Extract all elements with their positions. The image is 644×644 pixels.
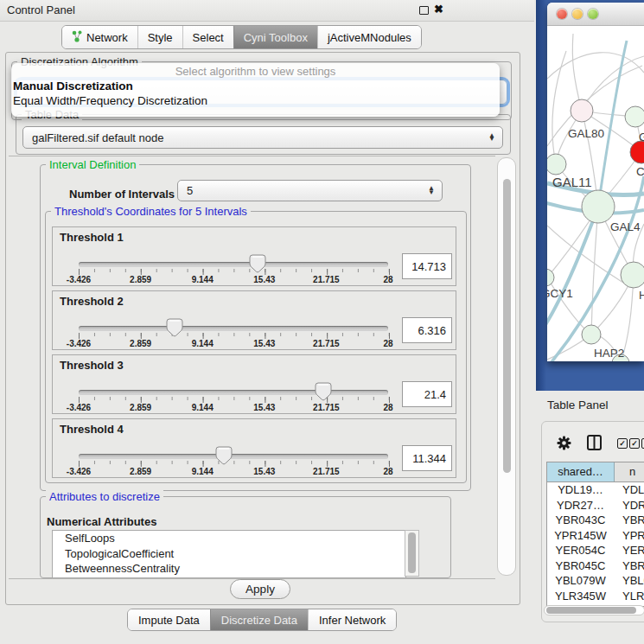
network-canvas[interactable]: GAL80 G C GAL11 GAL4 GCY1 H HAP2 — [547, 25, 644, 361]
network-window[interactable]: GAL80 G C GAL11 GAL4 GCY1 H HAP2 — [547, 3, 644, 361]
threshold-panel-3: Threshold 3-3.4262.8599.14415.4321.71528… — [52, 354, 456, 414]
slider-tick-label: -3.426 — [53, 275, 105, 284]
table-row[interactable]: YDR27…YDR2 — [547, 498, 644, 513]
zoom-traffic-light-icon[interactable] — [588, 9, 598, 19]
tab-network[interactable]: Network — [62, 26, 137, 48]
threshold-slider-track[interactable] — [79, 262, 388, 267]
split-columns-icon[interactable] — [587, 435, 602, 450]
slider-tick-label: 2.859 — [115, 467, 167, 476]
table-row[interactable]: YBR045CYBR0 — [547, 558, 644, 574]
tab-select[interactable]: Select — [182, 26, 233, 48]
threshold-panel-1: Threshold 1-3.4262.8599.14415.4321.71528… — [52, 226, 456, 286]
float-window-icon[interactable] — [419, 6, 429, 15]
attribute-item-topologicalcoefficient[interactable]: TopologicalCoefficient — [53, 546, 405, 562]
table-row[interactable]: YBR043CYBR0 — [547, 513, 644, 528]
threshold-slider-thumb[interactable] — [215, 446, 233, 465]
slider-tick-label: -3.426 — [53, 467, 105, 476]
apply-button[interactable]: Apply — [230, 579, 290, 599]
table-row[interactable]: YLR345WYLR3 — [547, 589, 644, 604]
table-hscrollbar-thumb[interactable] — [546, 607, 636, 614]
tab-discretize-data[interactable]: Discretize Data — [210, 609, 308, 630]
column-header-shared-name[interactable]: shared… — [547, 462, 615, 481]
attribute-item-selfloops[interactable]: SelfLoops — [53, 531, 405, 546]
algorithm-dropdown-popup: Select algorithm to view settings Manual… — [11, 63, 500, 117]
tab-infer-network[interactable]: Infer Network — [308, 609, 396, 630]
node-partial-low[interactable] — [621, 262, 644, 288]
table-row[interactable]: YPR145WYPR1 — [547, 528, 644, 544]
algorithm-item-equal-width[interactable]: Equal Width/Frequency Discretization — [11, 93, 500, 108]
table-panel-titlebar: Table Panel — [536, 391, 644, 421]
slider-tick-label: 21.715 — [300, 275, 352, 284]
threshold-slider-track[interactable] — [79, 454, 388, 459]
control-panel-titlebar: Control Panel ✖ — [0, 0, 534, 22]
node-hap2[interactable] — [582, 325, 601, 344]
slider-major-ticks — [79, 269, 390, 275]
gear-icon[interactable] — [557, 436, 571, 450]
threshold-slider-thumb[interactable] — [249, 254, 266, 273]
network-window-titlebar[interactable] — [547, 3, 644, 26]
interval-definition-group-title: Interval Definition — [46, 158, 139, 171]
threshold-slider-track[interactable] — [79, 326, 388, 331]
cell-shared-name: YBL079W — [547, 573, 614, 589]
table-row[interactable]: YBL079WYBL0 — [547, 573, 644, 589]
vertical-scrollbar-thumb[interactable] — [503, 179, 511, 473]
tab-label: Impute Data — [138, 614, 200, 627]
node-gcy1[interactable] — [547, 269, 554, 286]
table-panel: ✓ ✓ ✓ shared… n YDL19…YDL1YDR27…YDR2YBR0… — [541, 421, 644, 622]
node-table[interactable]: shared… n YDL19…YDL1YDR27…YDR2YBR043CYBR… — [546, 462, 644, 607]
threshold-label: Threshold 1 — [60, 231, 124, 244]
close-traffic-light-icon[interactable] — [557, 9, 567, 19]
tab-style[interactable]: Style — [137, 26, 182, 48]
tab-cyni-toolbox[interactable]: Cyni Toolbox — [233, 26, 317, 48]
checkbox-icon[interactable]: ✓ — [629, 438, 640, 449]
threshold-value-field[interactable]: 6.316 — [402, 317, 452, 343]
label-partial-low: H — [639, 289, 644, 302]
node-partial-top[interactable] — [625, 106, 644, 127]
table-header-row: shared… n — [547, 462, 644, 482]
threshold-coordinates-group-title: Threshold's Coordinates for 5 Intervals — [51, 205, 251, 218]
threshold-value-field[interactable]: 11.344 — [402, 445, 452, 471]
column-header-name[interactable]: n — [615, 462, 644, 481]
combo-stepper-icon[interactable]: ▲▼ — [424, 187, 442, 194]
table-data-combobox[interactable]: galFiltered.sif default node ▲▼ — [22, 126, 503, 149]
label-partial-top: G — [639, 131, 644, 143]
attributes-scrollbar-thumb[interactable] — [408, 532, 416, 573]
node-gal11[interactable] — [547, 154, 566, 175]
tab-jactivemnodules[interactable]: jActiveMNodules — [317, 26, 421, 48]
node-gal4[interactable] — [582, 190, 615, 223]
tab-label: Discretize Data — [221, 614, 297, 627]
attributes-list-scrollbar[interactable] — [405, 530, 419, 577]
slider-tick-label: -3.426 — [53, 339, 105, 348]
vertical-scrollbar[interactable] — [497, 157, 516, 576]
node-gal80[interactable] — [571, 99, 593, 122]
table-row[interactable]: YER054CYER0 — [547, 543, 644, 558]
combo-stepper-icon[interactable]: ▲▼ — [485, 134, 502, 142]
table-row[interactable]: YDL19…YDL1 — [547, 482, 644, 498]
tab-impute-data[interactable]: Impute Data — [128, 609, 210, 630]
threshold-value-field[interactable]: 21.4 — [402, 381, 452, 407]
checkbox-icon[interactable]: ✓ — [617, 438, 628, 449]
tab-label: Cyni Toolbox — [244, 31, 308, 44]
cell-name: YBR0 — [614, 558, 644, 574]
algorithm-placeholder-item[interactable]: Select algorithm to view settings — [11, 65, 500, 79]
algorithm-item-manual[interactable]: Manual Discretization — [11, 79, 500, 93]
threshold-slider-thumb[interactable] — [166, 318, 183, 337]
slider-tick-label: 2.859 — [115, 403, 167, 412]
table-horizontal-scrollbar[interactable] — [544, 605, 644, 615]
slider-tick-label: 15.43 — [239, 403, 290, 412]
numerical-attributes-list[interactable]: SelfLoopsTopologicalCoefficientBetweenne… — [52, 530, 406, 578]
number-of-intervals-combobox[interactable]: 5 ▲▼ — [177, 180, 443, 201]
slider-tick-label: 21.715 — [300, 403, 352, 412]
attribute-item-betweennesscentrality[interactable]: BetweennessCentrality — [53, 561, 405, 577]
minimize-traffic-light-icon[interactable] — [572, 9, 583, 19]
tab-label: Select — [193, 31, 224, 44]
slider-major-ticks — [79, 397, 390, 403]
cell-name: YPR1 — [614, 528, 644, 544]
slider-tick-label: 9.144 — [176, 467, 228, 476]
threshold-slider-track[interactable] — [79, 390, 388, 395]
threshold-value-field[interactable]: 14.713 — [402, 253, 452, 279]
threshold-slider-thumb[interactable] — [315, 382, 332, 401]
threshold-panel-4: Threshold 4-3.4262.8599.14415.4321.71528… — [52, 418, 456, 478]
close-icon[interactable]: ✖ — [434, 3, 443, 16]
label-gal11: GAL11 — [552, 175, 592, 189]
